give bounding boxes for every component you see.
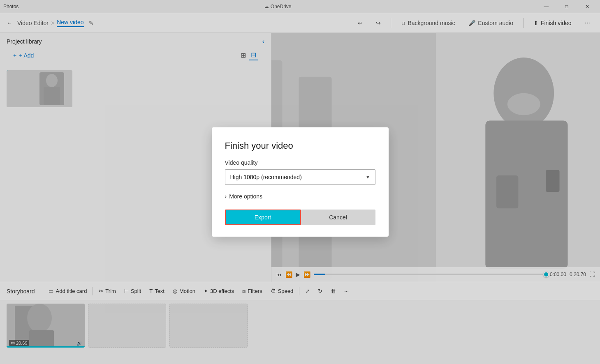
modal-actions: Export Cancel	[225, 210, 375, 225]
export-button[interactable]: Export	[225, 210, 301, 225]
cancel-button[interactable]: Cancel	[301, 210, 375, 225]
chevron-right-icon: ›	[225, 193, 227, 200]
quality-select-wrapper: High 1080p (recommended) Medium 720p Low…	[225, 169, 375, 185]
quality-select[interactable]: High 1080p (recommended) Medium 720p Low…	[225, 169, 375, 185]
finish-video-modal: Finish your video Video quality High 108…	[212, 127, 389, 237]
quality-label: Video quality	[225, 159, 375, 166]
more-options-button[interactable]: › More options	[225, 191, 263, 201]
modal-overlay: Finish your video Video quality High 108…	[0, 0, 600, 364]
modal-title: Finish your video	[225, 141, 375, 151]
more-options-label: More options	[229, 193, 262, 200]
